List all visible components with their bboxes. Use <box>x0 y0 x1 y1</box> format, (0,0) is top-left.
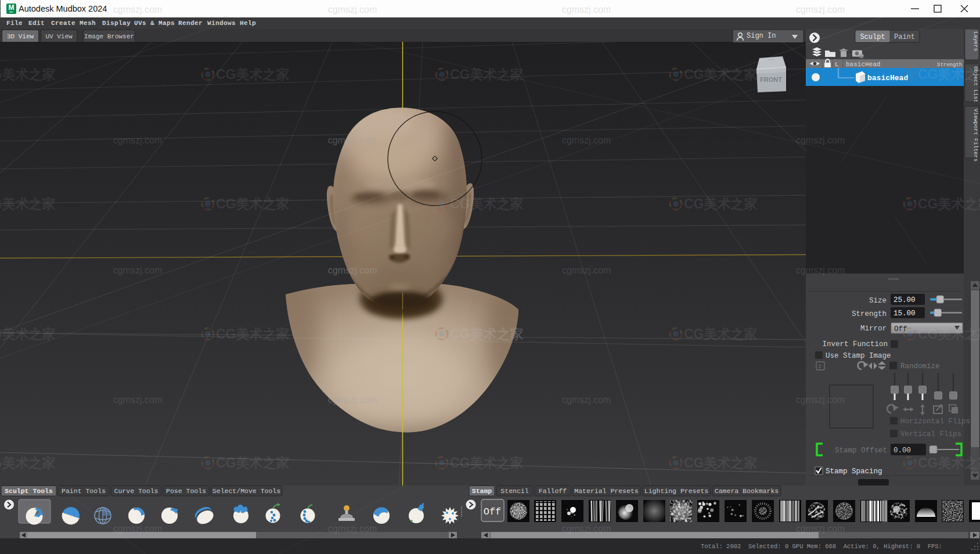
svg-text:basicHead: basicHead <box>846 61 880 68</box>
svg-text:Randomize: Randomize <box>900 362 940 370</box>
svg-text:Mirror: Mirror <box>860 325 887 333</box>
svg-text:* * *: * * * <box>768 59 774 62</box>
svg-text:Material Presets: Material Presets <box>574 487 638 495</box>
svg-text:Sculpt: Sculpt <box>860 33 885 41</box>
svg-text:Pose Tools: Pose Tools <box>166 487 206 495</box>
svg-text:L: L <box>835 61 839 68</box>
svg-text:FRONT: FRONT <box>760 76 782 83</box>
svg-text:Paint: Paint <box>894 33 915 41</box>
svg-text:Camera Bookmarks: Camera Bookmarks <box>715 487 779 495</box>
svg-text:Use Stamp Image: Use Stamp Image <box>826 352 891 360</box>
svg-text:Lighting Presets: Lighting Presets <box>644 487 708 495</box>
svg-text:Vertical Flips: Vertical Flips <box>900 430 961 438</box>
svg-text:Strength: Strength <box>852 310 887 318</box>
svg-text:Select/Move Tools: Select/Move Tools <box>212 487 280 495</box>
svg-text:3: 3 <box>818 364 821 370</box>
svg-text:Stamp Spacing: Stamp Spacing <box>826 467 882 476</box>
svg-text:25.00: 25.00 <box>893 296 916 304</box>
svg-text:basicHead: basicHead <box>867 74 908 82</box>
svg-text:Stamp: Stamp <box>472 487 492 495</box>
svg-text:Viewport Filters: Viewport Filters <box>972 109 979 161</box>
svg-text:15.00: 15.00 <box>893 310 916 318</box>
svg-text:Off: Off <box>484 506 502 517</box>
svg-text:Invert Function: Invert Function <box>822 340 888 348</box>
svg-text:0.00: 0.00 <box>893 447 911 455</box>
svg-text:Off: Off <box>894 325 907 333</box>
svg-text:Paint Tools: Paint Tools <box>62 487 106 495</box>
svg-text:Horizontal Flips: Horizontal Flips <box>900 418 970 426</box>
svg-text:Sculpt Tools: Sculpt Tools <box>5 487 53 495</box>
svg-text:Falloff: Falloff <box>539 487 567 495</box>
svg-text:Strength: Strength <box>937 62 962 68</box>
svg-text:Stencil: Stencil <box>500 487 528 495</box>
svg-text:Size: Size <box>869 297 887 305</box>
svg-text:Stamp Offset: Stamp Offset <box>835 447 887 455</box>
svg-text:Object List: Object List <box>972 66 979 103</box>
svg-text:Curve Tools: Curve Tools <box>114 487 158 495</box>
svg-text:Layers: Layers <box>972 31 979 51</box>
